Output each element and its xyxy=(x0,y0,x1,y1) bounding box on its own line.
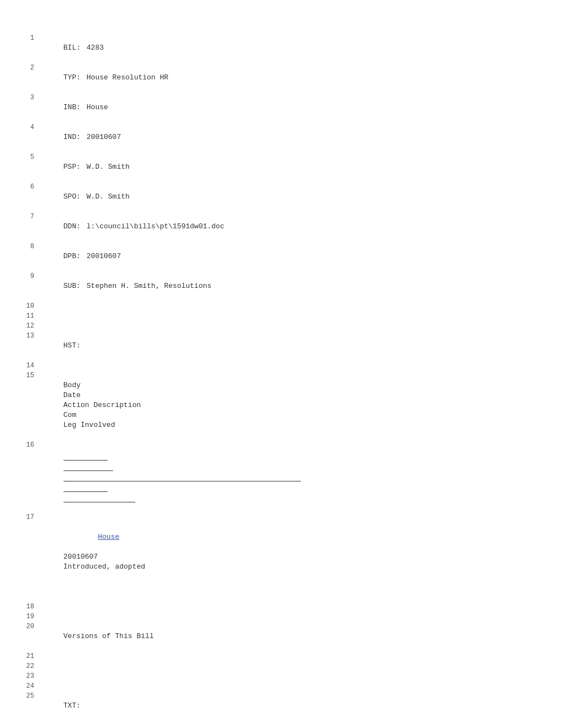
line-content-25: TXT: xyxy=(38,691,541,721)
line-20: 20 Versions of This Bill xyxy=(22,622,541,651)
field-value-spo: W.D. Smith xyxy=(87,192,130,201)
house-link[interactable]: House xyxy=(98,533,119,541)
line-2: 2 TYP:House Resolution HR xyxy=(22,63,541,93)
data-body-house[interactable]: House xyxy=(63,522,108,552)
line-content-7: DDN:l:\council\bills\pt\1591dw01.doc xyxy=(38,212,541,242)
field-label-hst: HST: xyxy=(63,341,87,351)
line-12: 12 xyxy=(22,321,541,331)
versions-label: Versions of This Bill xyxy=(63,632,154,640)
line-content-5: PSP:W.D. Smith xyxy=(38,152,541,182)
line-22: 22 xyxy=(22,661,541,671)
line-content-23 xyxy=(38,671,541,681)
line-8: 8 DPB:20010607 xyxy=(22,242,541,271)
data-date: 20010607 xyxy=(63,552,113,562)
line-number-18: 18 xyxy=(22,602,38,612)
line-15: 15 Body Date Action Description Com Leg … xyxy=(22,371,541,440)
field-value-dpb: 20010607 xyxy=(87,252,121,260)
line-content-8: DPB:20010607 xyxy=(38,242,541,271)
line-content-4: IND:20010607 xyxy=(38,122,541,152)
field-value-typ: House Resolution HR xyxy=(87,73,168,82)
sep-leg xyxy=(63,492,135,502)
field-label-psp: PSP: xyxy=(63,162,87,172)
line-10: 10 xyxy=(22,301,541,311)
line-17: 17 House 20010607 Introduced, adopted xyxy=(22,512,541,602)
field-label-sub: SUB: xyxy=(63,281,87,291)
field-value-inb: House xyxy=(87,103,108,111)
line-number-5: 5 xyxy=(22,152,38,162)
line-content-20: Versions of This Bill xyxy=(38,622,541,651)
sep-action xyxy=(63,471,301,481)
line-14: 14 xyxy=(22,361,541,371)
line-6: 6 SPO:W.D. Smith xyxy=(22,182,541,212)
line-18: 18 xyxy=(22,602,541,612)
line-content-15: Body Date Action Description Com Leg Inv… xyxy=(38,371,541,440)
line-number-11: 11 xyxy=(22,311,38,321)
col-header-action: Action Description xyxy=(63,400,301,410)
field-label-spo: SPO: xyxy=(63,192,87,202)
col-header-com: Com xyxy=(63,410,108,420)
line-number-1: 1 xyxy=(22,33,38,43)
data-com xyxy=(63,572,108,582)
field-label-ind: IND: xyxy=(63,132,87,142)
line-content-17: House 20010607 Introduced, adopted xyxy=(38,512,541,602)
line-25: 25 TXT: xyxy=(22,691,541,721)
sep-com xyxy=(63,481,108,492)
line-content-11 xyxy=(38,311,541,321)
line-number-8: 8 xyxy=(22,242,38,251)
line-9: 9 SUB:Stephen H. Smith, Resolutions xyxy=(22,271,541,301)
field-value-psp: W.D. Smith xyxy=(87,163,130,171)
field-value-ddn: l:\council\bills\pt\1591dw01.doc xyxy=(87,222,225,231)
line-23: 23 xyxy=(22,671,541,681)
line-5: 5 PSP:W.D. Smith xyxy=(22,152,541,182)
line-19: 19 xyxy=(22,612,541,622)
line-7: 7 DDN:l:\council\bills\pt\1591dw01.doc xyxy=(22,212,541,242)
line-content-14 xyxy=(38,361,541,371)
field-label-ddn: DDN: xyxy=(63,222,87,232)
line-number-20: 20 xyxy=(22,622,38,631)
line-3: 3 INB:House xyxy=(22,93,541,122)
line-content-16 xyxy=(38,440,541,512)
field-label-typ: TYP: xyxy=(63,73,87,83)
field-value-sub: Stephen H. Smith, Resolutions xyxy=(87,282,211,290)
line-content-10 xyxy=(38,301,541,311)
data-leg xyxy=(63,582,68,592)
line-number-4: 4 xyxy=(22,122,38,132)
line-content-13: HST: xyxy=(38,331,541,361)
line-24: 24 xyxy=(22,681,541,691)
col-header-date: Date xyxy=(63,390,113,400)
line-content-6: SPO:W.D. Smith xyxy=(38,182,541,212)
line-number-6: 6 xyxy=(22,182,38,192)
line-number-9: 9 xyxy=(22,271,38,281)
line-number-13: 13 xyxy=(22,331,38,341)
sep-date xyxy=(63,461,113,471)
line-content-24 xyxy=(38,681,541,691)
line-content-19 xyxy=(38,612,541,622)
line-content-21 xyxy=(38,651,541,661)
sep-body xyxy=(63,450,108,461)
field-label-dpb: DPB: xyxy=(63,251,87,261)
field-value-bil: 4283 xyxy=(87,44,104,52)
col-header-body: Body xyxy=(63,381,108,390)
line-1: 1 BIL:4283 xyxy=(22,33,541,63)
line-16: 16 xyxy=(22,440,541,512)
line-number-23: 23 xyxy=(22,671,38,681)
main-content: 1 BIL:4283 2 TYP:House Resolution HR 3 I… xyxy=(0,0,563,728)
line-number-22: 22 xyxy=(22,661,38,671)
line-content-22 xyxy=(38,661,541,671)
line-number-19: 19 xyxy=(22,612,38,622)
line-number-16: 16 xyxy=(22,440,38,450)
line-content-18 xyxy=(38,602,541,612)
data-action: Introduced, adopted xyxy=(63,562,301,572)
field-label-txt: TXT: xyxy=(63,701,87,711)
line-number-14: 14 xyxy=(22,361,38,371)
line-number-2: 2 xyxy=(22,63,38,73)
line-number-7: 7 xyxy=(22,212,38,222)
field-label-bil: BIL: xyxy=(63,43,87,53)
line-number-24: 24 xyxy=(22,681,38,691)
line-4: 4 IND:20010607 xyxy=(22,122,541,152)
line-number-25: 25 xyxy=(22,691,38,701)
field-label-inb: INB: xyxy=(63,103,87,113)
line-number-10: 10 xyxy=(22,301,38,311)
line-number-12: 12 xyxy=(22,321,38,331)
line-content-9: SUB:Stephen H. Smith, Resolutions xyxy=(38,271,541,301)
